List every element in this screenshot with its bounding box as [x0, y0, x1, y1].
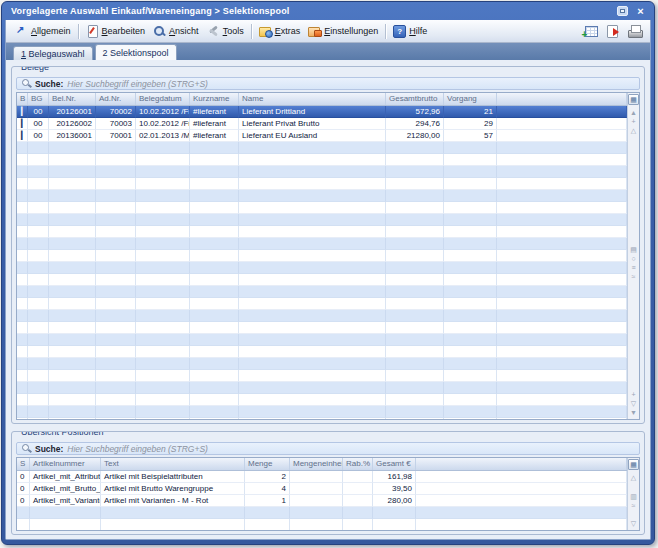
table-row[interactable]: 0Artikel_mit_AttributenArtikel mit Beisp…	[17, 471, 627, 483]
empty-cell	[386, 394, 444, 406]
header-cell[interactable]: Mengeneinheit	[290, 458, 343, 470]
scroll-bottom-icon[interactable]: ▼	[630, 408, 637, 417]
empty-cell	[136, 262, 190, 274]
list-icon[interactable]: ≡	[631, 263, 635, 272]
empty-cell	[28, 214, 49, 226]
table-row[interactable]: 0Artikel_mit_Brutto_WGArtikel mit Brutto…	[17, 483, 627, 495]
header-cell[interactable]	[497, 93, 627, 105]
empty-cell	[190, 250, 239, 262]
header-cell[interactable]: Menge	[245, 458, 290, 470]
scroll-up-icon[interactable]: △	[631, 473, 636, 482]
table-cell: 1	[245, 495, 290, 507]
table-row[interactable]: ▎00201360017000102.01.2013 /Mi#lieferant…	[17, 130, 627, 142]
table-row[interactable]: ▎00201260027000310.02.2012 /Fr#lieferant…	[17, 118, 627, 130]
table-import-button[interactable]	[581, 23, 599, 40]
header-cell[interactable]: Name	[239, 93, 386, 105]
empty-cell	[17, 394, 28, 406]
empty-cell	[245, 519, 290, 530]
header-cell[interactable]: S	[17, 458, 30, 470]
empty-cell	[28, 262, 49, 274]
scroll-down-icon[interactable]: ▽	[631, 399, 636, 408]
column-chooser-icon[interactable]: ▦	[628, 459, 639, 470]
column-chooser-icon[interactable]: ▦	[628, 94, 639, 105]
restore-button[interactable]	[615, 5, 630, 18]
empty-cell	[290, 507, 343, 519]
empty-cell	[96, 406, 136, 418]
header-cell[interactable]: Vorgang	[444, 93, 497, 105]
table-cell: Artikel_mit_Brutto_WG	[30, 483, 101, 495]
menu-item-bearbeiten[interactable]: Bearbeiten	[82, 23, 150, 39]
plus-icon[interactable]: +	[631, 390, 635, 399]
header-cell[interactable]: Belegdatum	[136, 93, 190, 105]
scroll-down-icon[interactable]: ▽	[631, 519, 636, 528]
header-cell[interactable]: Bel.Nr.	[49, 93, 96, 105]
header-cell[interactable]: Ad.Nr.	[96, 93, 136, 105]
clipboard-icon[interactable]: ▤	[630, 245, 637, 254]
menu-item-einstellungen[interactable]: Einstellungen	[304, 23, 382, 39]
empty-cell	[190, 166, 239, 178]
grip-icon[interactable]: ▥	[630, 492, 637, 501]
table-cell: #lieferant	[190, 118, 239, 130]
empty-cell	[136, 166, 190, 178]
magnifier-small-icon[interactable]: ○	[631, 254, 635, 263]
tab-selektionspool[interactable]: 2 Selektionspool	[95, 44, 177, 60]
sort-icon[interactable]: ≈	[632, 272, 636, 281]
sort-icon[interactable]: ≈	[632, 501, 636, 510]
belege-search-input[interactable]: Suche: Hier Suchbegriff eingeben (STRG+S…	[16, 77, 640, 90]
empty-cell	[386, 370, 444, 382]
header-cell[interactable]: Artikelnummer	[30, 458, 101, 470]
header-cell[interactable]: Rab.%	[343, 458, 373, 470]
empty-cell	[239, 310, 386, 322]
empty-cell	[49, 394, 96, 406]
header-cell[interactable]	[416, 458, 627, 470]
menu-item-label: Ansicht	[169, 26, 199, 36]
table-cell: 70002	[96, 106, 136, 118]
empty-cell	[497, 226, 627, 238]
positionen-table: SArtikelnummerTextMengeMengeneinheitRab.…	[17, 458, 627, 530]
export-button[interactable]	[603, 23, 621, 40]
positionen-group: Übersicht Positionen Suche: Hier Suchbeg…	[11, 431, 645, 535]
empty-cell	[386, 238, 444, 250]
empty-cell	[96, 334, 136, 346]
header-cell[interactable]: Kurzname	[190, 93, 239, 105]
menu-item-ansicht[interactable]: Ansicht	[149, 23, 203, 39]
empty-cell	[444, 298, 497, 310]
print-button[interactable]	[625, 23, 643, 40]
header-cell[interactable]: B	[17, 93, 28, 105]
search-placeholder: Hier Suchbegriff eingeben (STRG+S)	[67, 444, 208, 454]
empty-cell	[17, 507, 30, 519]
empty-cell	[190, 274, 239, 286]
menu-item-extras[interactable]: Extras	[255, 23, 305, 39]
menu-bar: AllgemeinBearbeitenAnsichtToolsExtrasEin…	[6, 20, 650, 43]
table-row[interactable]: 0Artikel_mit_Varianten.Artikel mit Varia…	[17, 495, 627, 507]
table-cell: Artikel mit Varianten - M - Rot	[101, 495, 245, 507]
empty-cell	[190, 190, 239, 202]
empty-cell	[444, 358, 497, 370]
table-cell: #lieferant	[190, 130, 239, 142]
header-cell[interactable]: Text	[101, 458, 245, 470]
close-button[interactable]: ×	[633, 5, 648, 18]
row-add-icon[interactable]: +	[631, 117, 635, 126]
menu-item-tools[interactable]: Tools	[203, 23, 248, 39]
menu-item-hilfe[interactable]: Hilfe	[389, 23, 431, 39]
header-cell[interactable]: Gesamt €	[373, 458, 416, 470]
scroll-top-icon[interactable]: ▲	[630, 108, 637, 117]
empty-cell	[17, 358, 28, 370]
header-cell[interactable]: BG	[28, 93, 49, 105]
empty-cell	[497, 358, 627, 370]
empty-cell	[30, 519, 101, 530]
table-cell: 00	[28, 130, 49, 142]
empty-cell	[497, 154, 627, 166]
empty-row	[17, 507, 627, 519]
positionen-side-strip: ▦△▥≈▽	[627, 458, 639, 530]
empty-cell	[28, 142, 49, 154]
header-cell[interactable]: Gesamtbrutto	[386, 93, 444, 105]
scroll-up-icon[interactable]: △	[631, 126, 636, 135]
menu-item-allgemein[interactable]: Allgemein	[11, 23, 75, 39]
empty-cell	[497, 274, 627, 286]
table-row[interactable]: ▎00201260017000210.02.2012 /Fr#lieferant…	[17, 106, 627, 118]
empty-row	[17, 519, 627, 530]
tab-belegauswahl[interactable]: 1 Belegauswahl	[13, 46, 93, 60]
menu-item-label: Tools	[223, 26, 244, 36]
positionen-search-input[interactable]: Suche: Hier Suchbegriff eingeben (STRG+S…	[16, 442, 640, 455]
